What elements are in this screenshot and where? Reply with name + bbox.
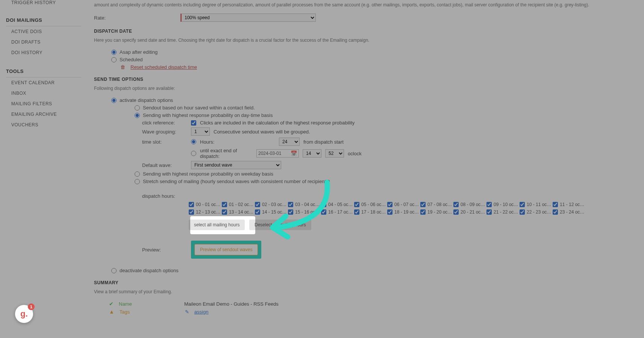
hour-checkbox-5[interactable]: 05 - 06 oc… [354,202,387,207]
hour-checkbox-13[interactable]: 13 - 14 oc… [222,209,255,215]
until-hour[interactable]: 14 [303,149,321,158]
hour-checkbox-4[interactable]: 04 - 05 oc… [321,202,354,207]
sidebar-section-doi: DOI MAILINGS [6,14,81,26]
summary-desc: View a brief summary of your Emailing. [94,287,636,299]
radio-daytime[interactable] [135,113,140,118]
hours-suffix: from dispatch start [303,139,344,145]
hour-checkbox-16[interactable]: 16 - 17 oc… [321,209,354,215]
sidebar-item-trigger-history[interactable]: TRIGGER HISTORY [6,0,81,7]
dispatch-hours-label: dispatch hours: [142,193,187,199]
radio-until-label: until exact end of dispatch: [200,148,253,159]
hour-checkbox-14[interactable]: 14 - 15 oc… [255,209,288,215]
radio-deactivate-label: deactivate dispatch options [120,268,179,273]
reset-dispatch-link[interactable]: Reset scheduled dispatch time [130,64,197,70]
wave-label: Wave grouping: [142,129,187,135]
summary-name-label: Name [119,301,179,307]
radio-weekday-label: Sending with highest response probabilit… [143,171,273,177]
radio-hour-contact-label: Sendout based on hour saved within a con… [143,105,255,111]
send-time-heading: SEND TIME OPTIONS [94,77,636,82]
default-wave-label: Default wave: [142,162,187,168]
sidebar-item-mailing-filters[interactable]: MAILING FILTERS [6,99,81,109]
summary-heading: SUMMARY [94,280,636,285]
sidebar-item-doi-drafts[interactable]: DOI DRAFTS [6,37,81,47]
avatar-letter: g. [20,309,28,319]
calendar-icon: 📅 [291,150,297,156]
radio-hours[interactable] [191,139,196,144]
notification-count: 1 [28,303,35,310]
radio-activate-label: activate dispatch options [120,97,173,103]
edit-icon[interactable]: ✎ [185,309,189,315]
warn-icon: ▲ [109,309,114,315]
summary-name-value: Maileon Email Demo - Guides - RSS Feeds [184,301,279,307]
radio-scheduled[interactable] [111,57,117,62]
hour-checkbox-10[interactable]: 10 - 11 oc… [520,202,553,207]
trash-icon: 🗑 [120,64,125,70]
wave-text: Consecutive sendout waves will be groupe… [214,129,310,135]
default-wave-select[interactable]: First sendout wave [191,161,281,169]
assign-link[interactable]: assign [194,309,209,315]
send-time-desc: Following dispatch options are available… [94,83,636,95]
hour-checkbox-15[interactable]: 15 - 16 oc… [288,209,321,215]
click-ref-text: Clicks are included in the calculation o… [200,120,355,126]
preview-sendout-button[interactable]: Preview of sendout waves [194,244,258,255]
hour-checkbox-3[interactable]: 03 - 04 oc… [288,202,321,207]
wave-select[interactable]: 1 [191,127,210,136]
hour-checkbox-11[interactable]: 11 - 12 oc… [553,202,586,207]
hour-checkbox-22[interactable]: 22 - 23 oc… [520,209,553,215]
hour-checkbox-12[interactable]: 12 - 13 oc… [189,209,222,215]
hour-checkbox-19[interactable]: 19 - 20 oc… [420,209,453,215]
sidebar-item-vouchers[interactable]: VOUCHERS [6,120,81,130]
hour-checkbox-0[interactable]: 00 - 01 oc… [189,202,222,207]
sidebar-item-event-calendar[interactable]: EVENT CALENDAR [6,77,81,88]
date-input[interactable]: 📅 [256,149,299,158]
sidebar-item-doi-history[interactable]: DOI HISTORY [6,47,81,58]
radio-weekday[interactable] [135,171,140,177]
click-ref-checkbox[interactable] [191,120,196,126]
hour-checkbox-23[interactable]: 23 - 24 oc… [553,209,586,215]
hour-checkbox-1[interactable]: 01 - 02 oc… [222,202,255,207]
radio-daytime-label: Sending with highest response probabilit… [143,112,273,118]
dispatch-date-desc: Here you can specify send date and time.… [94,35,636,47]
hour-checkbox-8[interactable]: 08 - 09 oc… [453,202,486,207]
radio-hours-label: Hours: [200,139,275,145]
avatar-badge[interactable]: g. 1 [15,305,33,323]
radio-hour-contact[interactable] [135,105,140,111]
radio-asap-label: Asap after editing [120,49,158,55]
summary-tags-label: Tags [120,309,180,315]
dispatch-date-heading: DISPATCH DATE [94,29,636,34]
hour-checkbox-7[interactable]: 07 - 08 oc… [420,202,453,207]
hour-checkbox-9[interactable]: 09 - 10 oc… [486,202,520,207]
radio-activate-dispatch[interactable] [111,98,117,103]
hour-checkbox-2[interactable]: 02 - 03 oc… [255,202,288,207]
preview-label: Preview: [142,247,187,253]
radio-stretch[interactable] [135,179,140,184]
rate-desc: amount and complexity of dynamic content… [94,0,636,12]
radio-until[interactable] [191,151,196,156]
radio-asap[interactable] [111,50,117,55]
hour-checkbox-21[interactable]: 21 - 22 oc… [486,209,520,215]
sidebar-section-tools: TOOLS [6,65,81,77]
deselect-all-button[interactable]: Deselect all mailing hours [249,220,311,230]
click-ref-label: click reference: [142,120,187,126]
hours-select[interactable]: 24 [279,138,300,146]
radio-deactivate[interactable] [111,268,117,273]
check-icon: ✔ [109,301,114,307]
hour-checkbox-20[interactable]: 20 - 21 oc… [453,209,486,215]
timeslot-label: time slot: [142,139,187,145]
radio-stretch-label: Stretch sending of mailing (hourly sendo… [143,179,330,184]
radio-scheduled-label: Scheduled [120,57,142,62]
rate-select[interactable]: 100% speed [180,14,316,22]
sidebar-item-active-dois[interactable]: ACTIVE DOIS [6,26,81,37]
date-field[interactable] [258,151,288,156]
sidebar-item-emailing-archive[interactable]: EMAILING ARCHIVE [6,109,81,120]
oclock: oclock [348,151,362,156]
hour-checkbox-6[interactable]: 06 - 07 oc… [387,202,420,207]
sidebar-item-inbox[interactable]: INBOX [6,88,81,99]
rate-label: Rate: [94,15,180,21]
hour-checkbox-17[interactable]: 17 - 18 oc… [354,209,387,215]
until-min[interactable]: 52 [325,149,344,158]
hour-checkbox-18[interactable]: 18 - 19 oc… [387,209,420,215]
